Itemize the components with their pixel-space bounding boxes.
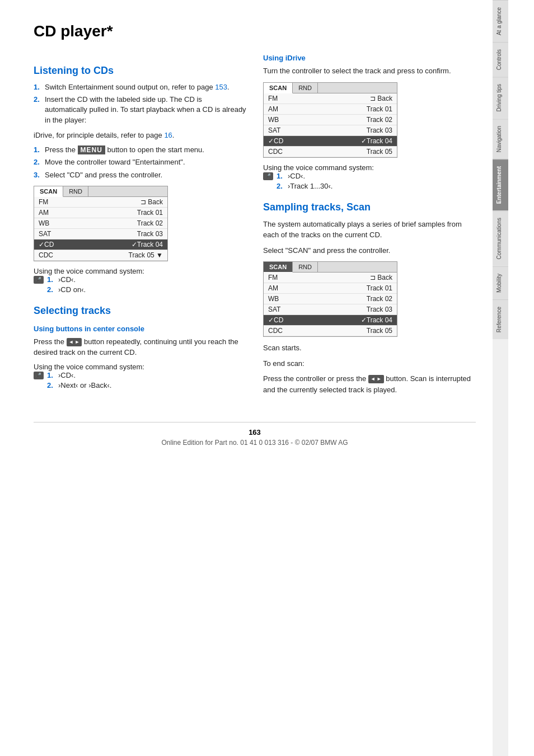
idrive-description: Turn the controller to select the track … xyxy=(263,65,476,77)
main-content: CD player* Listening to CDs 1. Switch En… xyxy=(0,0,493,756)
voice-item-sel-1: 🎤 1. ›CD‹. xyxy=(34,371,246,379)
scan-tab-2: SCAN xyxy=(264,83,293,93)
idrive-row-cdc: CDC Track 05 xyxy=(264,147,397,157)
voice-item-sel-2: 2. ›Next‹ or ›Back‹. xyxy=(34,381,246,389)
rnd-tab-3: RND xyxy=(293,262,318,272)
voice-icon: 🎤 xyxy=(34,276,44,284)
scan-menu-display: SCAN RND FM ⊐ Back AM Track 01 WB xyxy=(263,261,397,337)
tab-navigation[interactable]: Navigation xyxy=(493,119,508,159)
menu-row-fm: FM ⊐ Back xyxy=(34,197,167,208)
rnd-tab: RND xyxy=(63,186,88,196)
list-item: 1. Switch Entertainment sound output on,… xyxy=(34,82,246,92)
scan-row-fm: FM ⊐ Back xyxy=(264,273,397,283)
menu-display-scan: SCAN RND FM ⊐ Back AM Track 01 WB xyxy=(263,261,476,337)
menu-display-idrive: SCAN RND FM ⊐ Back AM Track 01 WB xyxy=(263,82,476,158)
menu-row-cdc: CDC Track 05 ▼ xyxy=(34,250,167,261)
menu-steps-list: 1. Press the MENU button to open the sta… xyxy=(34,145,246,180)
footer-text: Online Edition for Part no. 01 41 0 013 … xyxy=(34,439,476,447)
left-column: Listening to CDs 1. Switch Entertainment… xyxy=(34,54,246,400)
tab-driving-tips[interactable]: Driving tips xyxy=(493,77,508,118)
idrive-row-sat: SAT Track 03 xyxy=(264,125,397,136)
scan-row-wb: WB Track 02 xyxy=(264,294,397,304)
idrive-subsection-title: Using iDrive xyxy=(263,54,476,62)
idrive-row-cd: ✓CD ✓Track 04 xyxy=(264,136,397,147)
menu-header-2: SCAN RND xyxy=(264,83,397,93)
voice-item-2: 2. ›CD on‹. xyxy=(34,285,246,294)
scan-tab: SCAN xyxy=(34,186,63,197)
selecting-section-title: Selecting tracks xyxy=(34,305,246,317)
menu-row-cd: ✓CD ✓Track 04 xyxy=(34,240,167,250)
idrive-note: iDrive, for principle details, refer to … xyxy=(34,130,246,141)
select-scan-text: Select "SCAN" and press the controller. xyxy=(263,245,476,256)
idrive-row-wb: WB Track 02 xyxy=(264,115,397,125)
listening-steps-list: 1. Switch Entertainment sound output on,… xyxy=(34,82,246,125)
sampling-description: The system automatically plays a series … xyxy=(263,219,476,241)
tab-at-a-glance[interactable]: At a glance xyxy=(493,0,508,42)
track-button-icon-2: ◄► xyxy=(368,375,384,384)
idrive-row-fm: FM ⊐ Back xyxy=(264,93,397,104)
idrive-cd-menu-display: SCAN RND FM ⊐ Back AM Track 01 WB xyxy=(263,82,397,158)
page-link-16[interactable]: 16 xyxy=(164,131,172,139)
menu-row-sat: SAT Track 03 xyxy=(34,229,167,240)
scan-row-am: AM Track 01 xyxy=(264,283,397,294)
voice-section-selecting: Using the voice command system: 🎤 1. ›CD… xyxy=(34,363,246,389)
press-button-text: Press the ◄► button repeatedly, continui… xyxy=(34,336,246,358)
list-item: 1. Press the MENU button to open the sta… xyxy=(34,145,246,155)
voice-item-idrive-2: 2. ›Track 1...30‹. xyxy=(263,182,476,190)
buttons-subsection-title: Using buttons in center console xyxy=(34,325,246,333)
menu-button-label: MENU xyxy=(78,145,105,154)
tab-controls[interactable]: Controls xyxy=(493,42,508,77)
voice-label-idrive: Using the voice command system: xyxy=(263,163,476,172)
voice-label: Using the voice command system: xyxy=(34,267,246,275)
rnd-tab-2: RND xyxy=(293,83,318,93)
scan-starts-text: Scan starts. xyxy=(263,342,476,354)
end-scan-instruction: Press the controller or press the ◄► but… xyxy=(263,373,476,395)
page-title: CD player* xyxy=(34,22,476,40)
listening-section-title: Listening to CDs xyxy=(34,65,246,77)
page-link-153[interactable]: 153 xyxy=(215,83,227,91)
sampling-section-title: Sampling tracks, Scan xyxy=(263,201,476,213)
scan-row-sat: SAT Track 03 xyxy=(264,304,397,315)
right-tabs: At a glance Controls Driving tips Naviga… xyxy=(493,0,508,756)
track-button-icon: ◄► xyxy=(67,338,82,347)
to-end-scan-text: To end scan: xyxy=(263,358,476,369)
voice-item-1: 🎤 1. ›CD‹. xyxy=(34,275,246,284)
voice-icon-3: 🎤 xyxy=(263,172,273,180)
menu-row-am: AM Track 01 xyxy=(34,208,167,218)
list-item: 2. Move the controller toward "Entertain… xyxy=(34,157,246,167)
voice-icon-2: 🎤 xyxy=(34,372,44,379)
voice-section-idrive: Using the voice command system: 🎤 1. ›CD… xyxy=(263,163,476,190)
voice-label-2: Using the voice command system: xyxy=(34,363,246,371)
tab-entertainment[interactable]: Entertainment xyxy=(493,159,508,210)
tab-reference[interactable]: Reference xyxy=(493,299,508,339)
voice-section-listening: Using the voice command system: 🎤 1. ›CD… xyxy=(34,267,246,294)
scan-tab-3: SCAN xyxy=(264,262,293,273)
menu-row-wb: WB Track 02 xyxy=(34,218,167,229)
tab-mobility[interactable]: Mobility xyxy=(493,266,508,299)
cd-menu-display: SCAN RND FM ⊐ Back AM Track 01 WB xyxy=(34,186,168,261)
scan-row-cd: ✓CD ✓Track 04 xyxy=(264,315,397,326)
menu-display-1: SCAN RND FM ⊐ Back AM Track 01 WB xyxy=(34,186,246,261)
list-item: 3. Select "CD" and press the controller. xyxy=(34,170,246,180)
menu-header-3: SCAN RND xyxy=(264,262,397,273)
tab-communications[interactable]: Communications xyxy=(493,210,508,266)
page-number: 163 xyxy=(34,428,476,436)
scan-row-cdc: CDC Track 05 xyxy=(264,326,397,336)
list-item: 2. Insert the CD with the labeled side u… xyxy=(34,95,246,125)
voice-item-idrive-1: 🎤 1. ›CD‹. xyxy=(263,172,476,180)
menu-header: SCAN RND xyxy=(34,186,167,197)
page-footer: 163 Online Edition for Part no. 01 41 0 … xyxy=(34,422,476,447)
idrive-row-am: AM Track 01 xyxy=(264,104,397,115)
right-column: Using iDrive Turn the controller to sele… xyxy=(263,54,476,400)
